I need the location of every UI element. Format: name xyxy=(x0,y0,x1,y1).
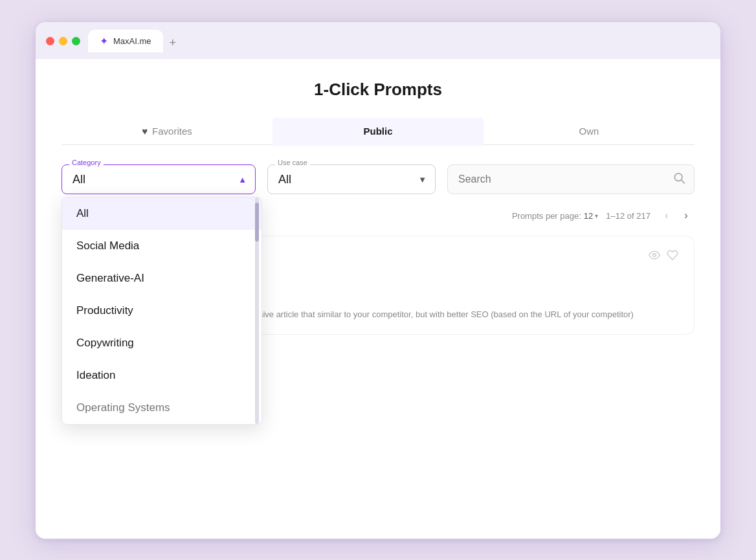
page-title: 1-Click Prompts xyxy=(61,80,695,100)
dropdown-item-productivity[interactable]: Productivity xyxy=(62,295,261,327)
per-page-control: Prompts per page: 12 ▾ xyxy=(512,211,598,221)
search-icon xyxy=(673,172,685,185)
card-like-button[interactable] xyxy=(667,249,678,264)
eye-icon xyxy=(649,249,660,261)
per-page-arrow-icon: ▾ xyxy=(595,212,598,219)
close-traffic-light[interactable] xyxy=(46,37,54,45)
per-page-select[interactable]: 12 ▾ xyxy=(584,211,598,221)
category-dropdown-menu: All Social Media Generative-AI Productiv… xyxy=(61,197,262,425)
filters-row: Category All Social Media Generative-AI … xyxy=(61,164,695,194)
card-actions xyxy=(649,249,678,264)
dropdown-item-social-media[interactable]: Social Media xyxy=(62,230,261,262)
prompts-per-page-label: Prompts per page: xyxy=(512,211,581,221)
tab-title: MaxAI.me xyxy=(113,36,151,46)
dropdown-scrollbar[interactable] xyxy=(255,197,259,424)
tab-favorites[interactable]: ♥ Favorites xyxy=(61,118,272,146)
tab-favorites-label: Favorites xyxy=(152,126,192,137)
use-case-label: Use case xyxy=(275,159,310,166)
tab-public-label: Public xyxy=(363,126,392,137)
tab-own-label: Own xyxy=(579,126,599,137)
next-page-button[interactable]: › xyxy=(678,207,695,224)
card-preview-button[interactable] xyxy=(649,249,660,264)
browser-top-bar: ✦ MaxAI.me + xyxy=(46,30,710,52)
browser-tabs: ✦ MaxAI.me + xyxy=(88,30,181,52)
pagination-info: 1–12 of 217 xyxy=(606,211,650,221)
card-heart-icon xyxy=(667,249,678,261)
category-select[interactable]: All Social Media Generative-AI Productiv… xyxy=(61,164,256,194)
new-tab-button[interactable]: + xyxy=(164,34,182,52)
search-input[interactable] xyxy=(447,164,695,194)
svg-line-1 xyxy=(682,181,684,183)
svg-point-0 xyxy=(674,174,682,181)
category-label: Category xyxy=(69,159,104,166)
heart-icon: ♥ xyxy=(142,126,148,137)
dropdown-item-generative-ai[interactable]: Generative-AI xyxy=(62,262,261,295)
dropdown-item-operating-systems[interactable]: Operating Systems xyxy=(62,392,261,424)
fullscreen-traffic-light[interactable] xyxy=(72,37,80,45)
active-tab[interactable]: ✦ MaxAI.me xyxy=(88,30,163,52)
prev-page-button[interactable]: ‹ xyxy=(658,207,675,224)
svg-point-2 xyxy=(653,254,656,257)
per-page-value: 12 xyxy=(584,211,593,221)
category-filter-group: Category All Social Media Generative-AI … xyxy=(61,164,256,194)
browser-chrome: ✦ MaxAI.me + xyxy=(36,22,720,59)
dropdown-item-copywriting[interactable]: Copywriting xyxy=(62,327,261,359)
dropdown-item-ideation[interactable]: Ideation xyxy=(62,359,261,392)
search-box xyxy=(447,164,695,194)
use-case-select[interactable]: All xyxy=(267,164,436,194)
minimize-traffic-light[interactable] xyxy=(59,37,67,45)
tab-public[interactable]: Public xyxy=(272,118,484,146)
dropdown-scroll-thumb xyxy=(255,203,259,241)
pagination-nav: ‹ › xyxy=(658,207,695,224)
tabs-container: ♥ Favorites Public Own xyxy=(61,118,695,146)
use-case-filter-group: Use case All ▼ xyxy=(267,164,436,194)
tab-favicon: ✦ xyxy=(100,35,108,47)
dropdown-item-all[interactable]: All xyxy=(62,197,261,230)
tab-own[interactable]: Own xyxy=(484,118,695,146)
browser-window: ✦ MaxAI.me + 1-Click Prompts ♥ Favorites… xyxy=(35,21,721,539)
search-button[interactable] xyxy=(673,172,685,188)
traffic-lights xyxy=(46,37,80,45)
page-content: 1-Click Prompts ♥ Favorites Public Own C… xyxy=(36,59,720,539)
